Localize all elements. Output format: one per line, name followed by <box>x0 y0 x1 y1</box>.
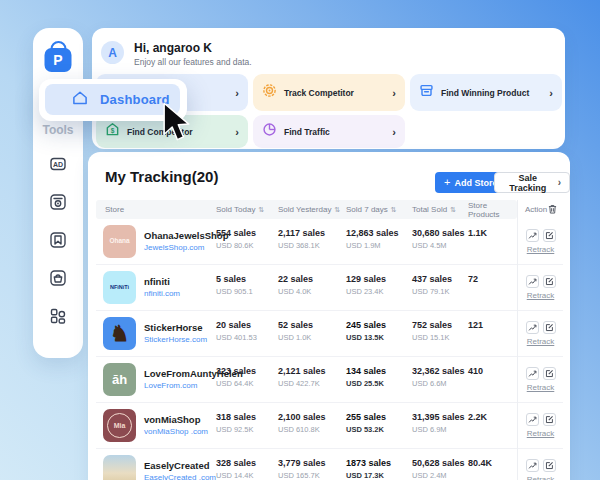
sort-icon: ⇅ <box>391 206 397 214</box>
column-store: Store <box>96 205 216 214</box>
sold-today-cell: 20 sales USD 401.53 <box>216 311 278 356</box>
feature-card-track-competitor[interactable]: Track Competitor › <box>253 74 405 111</box>
edit-action-button[interactable] <box>543 459 556 472</box>
store-logo: NFiNiTi <box>103 271 136 304</box>
store-logo: Ohana <box>103 225 136 258</box>
column-total-sold[interactable]: Total Sold⇅ <box>412 205 468 214</box>
sold-today-cell: 328 sales USD 14.4K <box>216 449 278 480</box>
edit-action-button[interactable] <box>543 275 556 288</box>
table-header: Store Sold Today⇅ Sold Yesterday⇅ Sold 7… <box>96 200 517 219</box>
chevron-right-icon: › <box>549 87 553 99</box>
sort-icon: ⇅ <box>334 206 340 214</box>
apps-grid-icon[interactable] <box>49 307 67 325</box>
svg-text:AD: AD <box>53 161 63 168</box>
chart-action-button[interactable] <box>526 459 539 472</box>
pie-chart-icon <box>262 122 277 141</box>
chart-action-button[interactable] <box>526 229 539 242</box>
sold-yesterday-cell: 22 sales USD 4.0K <box>278 265 346 310</box>
edit-action-button[interactable] <box>543 321 556 334</box>
retrack-link[interactable]: Retrack <box>527 383 555 392</box>
retrack-link[interactable]: Retrack <box>527 475 555 480</box>
sold-yesterday-cell: 2,121 sales USD 422.7K <box>278 357 346 402</box>
action-column-header: Action <box>518 200 563 219</box>
store-logo: āh <box>103 363 136 396</box>
feature-card-find-traffic[interactable]: Find Traffic › <box>253 115 405 148</box>
sold-yesterday-cell: 2,117 sales USD 368.1K <box>278 219 346 264</box>
store-cell: āh LoveFromAuntyHelen LoveFrom.com <box>96 357 216 402</box>
target-icon <box>262 83 277 102</box>
table-body: Ohana OhanaJewelsShop JewelsShop.com 554… <box>96 219 517 480</box>
greeting-title: Hi, angaroo K <box>134 41 212 55</box>
store-name: EaselyCreated <box>144 461 216 472</box>
svg-text:$: $ <box>111 127 115 135</box>
sold-7-days-cell: 245 sales USD 13.5K <box>346 311 412 356</box>
feature-card-find-winning-product[interactable]: Find Winning Product › <box>410 74 562 111</box>
chevron-right-icon: › <box>392 126 396 138</box>
sold-today-cell: 5 sales USD 905.1 <box>216 265 278 310</box>
column-store-products: Store Products <box>468 201 517 219</box>
feature-card-label: Find Winning Product <box>441 88 529 98</box>
table-row: Ohana OhanaJewelsShop JewelsShop.com 554… <box>96 219 517 265</box>
column-sold-today[interactable]: Sold Today⇅ <box>216 205 278 214</box>
dashboard-label: Dashboard <box>100 92 170 107</box>
sold-7-days-cell: 255 sales USD 53.2K <box>346 403 412 448</box>
avatar[interactable]: A <box>101 41 124 64</box>
sort-icon: ⇅ <box>450 206 456 214</box>
price-tag-icon: $ <box>105 122 120 141</box>
total-sold-cell: 32,362 sales USD 6.6M <box>412 357 468 402</box>
chevron-right-icon: › <box>558 177 561 188</box>
app-logo[interactable]: P <box>45 41 72 72</box>
sidebar-item-dashboard[interactable]: Dashboard <box>45 84 180 115</box>
column-sold-7-days[interactable]: Sold 7 days⇅ <box>346 205 412 214</box>
archive-gear-icon[interactable] <box>49 193 67 211</box>
trash-icon[interactable] <box>548 204 557 216</box>
action-cell: Retrack <box>518 265 563 311</box>
store-logo <box>103 455 136 480</box>
edit-action-button[interactable] <box>543 413 556 426</box>
logo-letter: P <box>45 48 72 72</box>
basket-icon[interactable] <box>49 269 67 287</box>
store-cell: Ohana OhanaJewelsShop JewelsShop.com <box>96 219 216 264</box>
store-link[interactable]: EaselyCreated .com <box>144 473 216 480</box>
store-name: StickerHorse <box>144 323 207 334</box>
store-logo: Mia <box>103 409 136 442</box>
chart-action-button[interactable] <box>526 413 539 426</box>
table-row: āh LoveFromAuntyHelen LoveFrom.com 323 s… <box>96 357 517 403</box>
total-sold-cell: 752 sales USD 15.1K <box>412 311 468 356</box>
page-title: My Tracking(20) <box>105 168 218 185</box>
retrack-link[interactable]: Retrack <box>527 291 555 300</box>
sold-7-days-cell: 1873 sales USD 17.3K <box>346 449 412 480</box>
ad-icon[interactable]: AD <box>49 155 67 173</box>
column-sold-yesterday[interactable]: Sold Yesterday⇅ <box>278 205 346 214</box>
store-cell: ♞ StickerHorse StickerHorse.com <box>96 311 216 356</box>
store-cell: NFiNiTi nfiniti nfiniti.com <box>96 265 216 310</box>
action-cell: Retrack <box>518 357 563 403</box>
sold-7-days-cell: 12,863 sales USD 1.9M <box>346 219 412 264</box>
home-icon <box>71 89 89 111</box>
store-link[interactable]: nfiniti.com <box>144 289 180 298</box>
mouse-cursor-icon <box>162 102 192 143</box>
store-name: vonMiaShop <box>144 415 208 426</box>
store-cell: EaselyCreated EaselyCreated .com <box>96 449 216 480</box>
chevron-right-icon: › <box>235 126 239 138</box>
chart-action-button[interactable] <box>526 367 539 380</box>
total-sold-cell: 437 sales USD 79.1K <box>412 265 468 310</box>
feature-card-label: Track Competitor <box>284 88 354 98</box>
retrack-link[interactable]: Retrack <box>527 337 555 346</box>
retrack-link[interactable]: Retrack <box>527 245 555 254</box>
bookmark-icon[interactable] <box>49 231 67 249</box>
store-logo: ♞ <box>103 317 136 350</box>
edit-action-button[interactable] <box>543 229 556 242</box>
chart-action-button[interactable] <box>526 321 539 334</box>
sold-yesterday-cell: 3,779 sales USD 165.7K <box>278 449 346 480</box>
sale-tracking-button[interactable]: Sale Tracking › <box>494 172 570 193</box>
app-root: P Tools AD A Hi, angaroo K Enjoy all our… <box>0 0 600 480</box>
store-link[interactable]: vonMiaShop .com <box>144 427 208 436</box>
edit-action-button[interactable] <box>543 367 556 380</box>
retrack-link[interactable]: Retrack <box>527 429 555 438</box>
store-link[interactable]: StickerHorse.com <box>144 335 207 344</box>
table-row: Mia vonMiaShop vonMiaShop .com 318 sales… <box>96 403 517 449</box>
store-products-cell: 410 <box>468 357 517 402</box>
chart-action-button[interactable] <box>526 275 539 288</box>
chevron-right-icon: › <box>235 87 239 99</box>
